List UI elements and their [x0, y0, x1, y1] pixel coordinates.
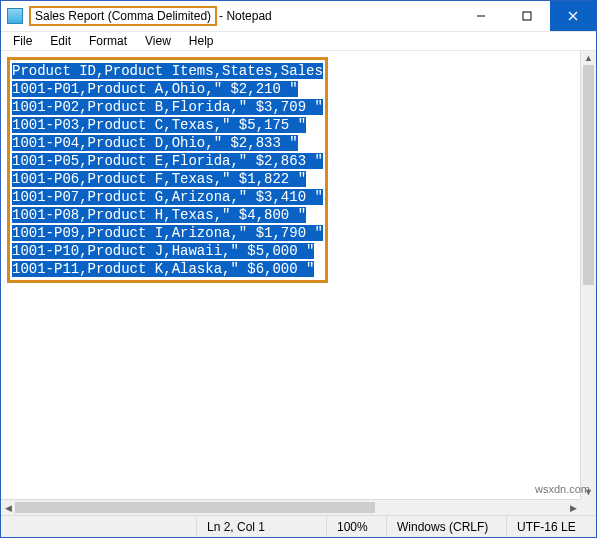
scrollbar-thumb[interactable]: [15, 502, 375, 513]
menu-help[interactable]: Help: [181, 32, 222, 50]
text-line[interactable]: 1001-P11,Product K,Alaska," $6,000 ": [12, 261, 314, 277]
status-encoding: UTF-16 LE: [506, 516, 596, 537]
notepad-icon: [7, 8, 23, 24]
horizontal-scrollbar[interactable]: ◀ ▶: [1, 499, 580, 515]
menu-edit[interactable]: Edit: [42, 32, 79, 50]
maximize-button[interactable]: [504, 1, 550, 31]
scroll-left-icon[interactable]: ◀: [1, 500, 15, 515]
status-cursor-position: Ln 2, Col 1: [196, 516, 326, 537]
text-line[interactable]: 1001-P01,Product A,Ohio," $2,210 ": [12, 81, 298, 97]
notepad-window: Sales Report (Comma Delimited) - Notepad…: [0, 0, 597, 538]
close-button[interactable]: [550, 1, 596, 31]
scroll-up-icon[interactable]: ▲: [581, 51, 596, 65]
text-line[interactable]: 1001-P08,Product H,Texas," $4,800 ": [12, 207, 306, 223]
text-line[interactable]: 1001-P05,Product E,Florida," $2,863 ": [12, 153, 323, 169]
menu-file[interactable]: File: [5, 32, 40, 50]
text-line[interactable]: 1001-P07,Product G,Arizona," $3,410 ": [12, 189, 323, 205]
minimize-button[interactable]: [458, 1, 504, 31]
menu-view[interactable]: View: [137, 32, 179, 50]
highlighted-selection: Product ID,Product Items,States,Sales 10…: [7, 57, 328, 283]
svg-rect-1: [523, 12, 531, 20]
text-line[interactable]: 1001-P04,Product D,Ohio," $2,833 ": [12, 135, 298, 151]
scrollbar-corner: [580, 499, 596, 515]
statusbar: Ln 2, Col 1 100% Windows (CRLF) UTF-16 L…: [1, 515, 596, 537]
scroll-right-icon[interactable]: ▶: [566, 500, 580, 515]
text-line[interactable]: 1001-P06,Product F,Texas," $1,822 ": [12, 171, 306, 187]
text-line[interactable]: 1001-P02,Product B,Florida," $3,709 ": [12, 99, 323, 115]
status-zoom[interactable]: 100%: [326, 516, 386, 537]
menu-format[interactable]: Format: [81, 32, 135, 50]
text-line[interactable]: 1001-P03,Product C,Texas," $5,175 ": [12, 117, 306, 133]
editor-area: Product ID,Product Items,States,Sales 10…: [1, 51, 596, 515]
menubar: File Edit Format View Help: [1, 31, 596, 51]
status-empty: [1, 516, 196, 537]
text-line[interactable]: Product ID,Product Items,States,Sales: [12, 63, 323, 79]
text-line[interactable]: 1001-P10,Product J,Hawaii," $5,000 ": [12, 243, 314, 259]
status-line-ending: Windows (CRLF): [386, 516, 506, 537]
document-title: Sales Report (Comma Delimited): [29, 6, 217, 26]
watermark-text: wsxdn.com: [535, 483, 590, 495]
text-editor[interactable]: Product ID,Product Items,States,Sales 10…: [7, 57, 578, 497]
vertical-scrollbar[interactable]: ▲ ▼: [580, 51, 596, 499]
titlebar[interactable]: Sales Report (Comma Delimited) - Notepad: [1, 1, 596, 31]
scrollbar-thumb[interactable]: [583, 65, 594, 285]
app-name-suffix: - Notepad: [219, 9, 272, 23]
text-line[interactable]: 1001-P09,Product I,Arizona," $1,790 ": [12, 225, 323, 241]
